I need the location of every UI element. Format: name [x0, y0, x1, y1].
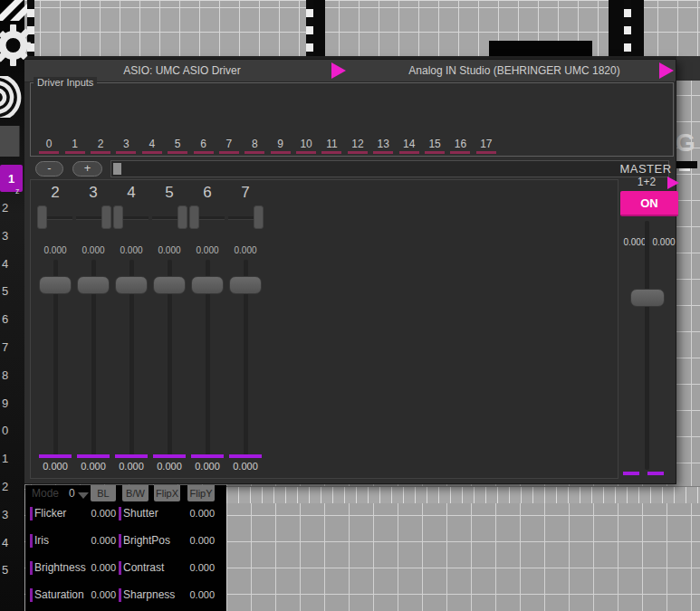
input-channel[interactable]: 11 [319, 138, 344, 154]
layer-number[interactable]: 3 [2, 223, 8, 251]
effect-value[interactable]: 0.000 [187, 535, 215, 546]
channel-fader[interactable] [36, 260, 74, 456]
layer-number[interactable]: 0 [2, 417, 8, 445]
mode-label: Mode [32, 487, 59, 500]
pan-slider[interactable] [36, 205, 74, 230]
input-channel-underline [245, 151, 264, 154]
pan-handle[interactable] [113, 205, 123, 229]
fader-handle[interactable] [229, 276, 262, 294]
layer-number[interactable]: 5 [2, 557, 8, 585]
pan-handle[interactable] [254, 205, 264, 229]
input-channel[interactable]: 2 [88, 138, 113, 154]
scrollbar-thumb[interactable] [113, 163, 121, 175]
channel-fader[interactable] [112, 260, 150, 456]
film-strip [306, 0, 313, 56]
pan-slider[interactable] [226, 205, 264, 230]
dropdown-arrow-icon[interactable] [331, 62, 346, 79]
master-on-button[interactable]: ON [620, 191, 678, 216]
pan-slider[interactable] [150, 205, 188, 230]
effect-value[interactable]: 0.000 [89, 535, 116, 546]
channel-fader[interactable] [74, 260, 112, 456]
fader-handle[interactable] [115, 276, 148, 294]
asio-mixer-dialog: ASIO: UMC ASIO Driver Analog IN Studio (… [23, 59, 676, 484]
effect-value[interactable]: 0.000 [89, 589, 116, 600]
effect-value[interactable]: 0.000 [187, 589, 215, 600]
mode-dropdown-icon[interactable] [78, 492, 89, 499]
input-channel[interactable]: 8 [242, 138, 267, 154]
pan-handle[interactable] [37, 205, 47, 229]
layer-number[interactable]: 4 [2, 530, 8, 558]
input-channel[interactable]: 7 [216, 138, 242, 154]
effect-value[interactable]: 0.000 [89, 562, 116, 573]
input-channel[interactable]: 14 [396, 138, 421, 154]
input-channel[interactable]: 10 [293, 138, 319, 154]
remove-input-button[interactable]: - [35, 161, 63, 177]
input-channel[interactable]: 6 [190, 138, 216, 154]
level-value: 0.000 [112, 461, 150, 472]
pan-handle[interactable] [101, 205, 111, 229]
input-channel[interactable]: 5 [165, 138, 190, 154]
channel-fader[interactable] [226, 260, 264, 456]
film-bar [609, 0, 624, 56]
fader-handle[interactable] [191, 276, 224, 294]
fader-handle[interactable] [39, 276, 72, 294]
input-channel[interactable]: 12 [345, 138, 370, 154]
pan-value: 0.000 [188, 245, 226, 255]
channel-fader[interactable] [188, 260, 226, 456]
effect-value[interactable]: 0.000 [89, 508, 116, 519]
gear-icon[interactable] [0, 22, 34, 69]
pan-slider[interactable] [112, 205, 150, 230]
add-input-button[interactable]: + [72, 161, 102, 177]
input-channel[interactable]: 15 [422, 138, 447, 154]
input-scrollbar[interactable] [110, 160, 669, 177]
layer-number[interactable]: 6 [2, 306, 8, 334]
master-fader[interactable] [620, 221, 678, 470]
layer-number[interactable]: 1 [2, 445, 8, 473]
channel-strip: 50.0000.000 [150, 180, 188, 478]
input-channel[interactable]: 17 [474, 138, 499, 154]
master-fader-handle[interactable] [630, 289, 665, 307]
channel-meter [191, 454, 224, 458]
fader-handle[interactable] [77, 276, 110, 294]
master-arrow-icon[interactable] [667, 177, 679, 189]
pan-handle[interactable] [189, 205, 199, 229]
mode-value[interactable]: 0 [69, 487, 75, 500]
input-channel[interactable]: 16 [447, 138, 473, 154]
pan-slider[interactable] [74, 205, 112, 230]
layer-number[interactable]: 9 [2, 390, 8, 418]
effect-label: Flicker [34, 507, 66, 520]
input-channel[interactable]: 13 [370, 138, 396, 154]
fader-handle[interactable] [153, 276, 186, 294]
input-channel[interactable]: 0 [36, 138, 62, 154]
master-channels[interactable]: 1+2 [630, 176, 663, 188]
sound-wave-icon[interactable] [0, 76, 25, 118]
input-channel[interactable]: 3 [113, 138, 139, 154]
dropdown-arrow-icon[interactable] [659, 62, 674, 79]
layer-number[interactable]: 2 [2, 195, 8, 223]
channel-meter [39, 454, 72, 458]
layer-list: 23456789012345 [2, 195, 8, 585]
layer-number[interactable]: 2 [2, 473, 8, 501]
input-channel-underline [476, 151, 496, 154]
channel-fader[interactable] [150, 260, 188, 456]
background-bar [676, 161, 697, 168]
input-device-dropdown[interactable]: Analog IN Studio (BEHRINGER UMC 1820) [395, 60, 634, 81]
effect-value[interactable]: 0.000 [187, 508, 215, 519]
input-channel[interactable]: 1 [62, 138, 87, 154]
pan-handle[interactable] [177, 205, 187, 229]
input-channel[interactable]: 9 [268, 138, 293, 154]
input-channel-number: 15 [428, 138, 440, 150]
effect-value[interactable]: 0.000 [187, 562, 215, 573]
master-title: MASTER [617, 162, 675, 176]
sidebar-button[interactable] [0, 126, 20, 157]
group-title: Driver Inputs [34, 77, 97, 88]
layer-number[interactable]: 3 [2, 501, 8, 530]
effects-panel: Mode 0 BLB/WFlipXFlipY Flicker0.000Shutt… [25, 485, 226, 611]
layer-number[interactable]: 8 [2, 362, 8, 390]
layer-number[interactable]: 7 [2, 334, 8, 362]
pan-slider[interactable] [188, 205, 226, 230]
layer-number[interactable]: 5 [2, 278, 8, 306]
input-channel[interactable]: 4 [139, 138, 165, 154]
input-channel-number: 3 [123, 138, 129, 150]
layer-number[interactable]: 4 [2, 251, 8, 279]
